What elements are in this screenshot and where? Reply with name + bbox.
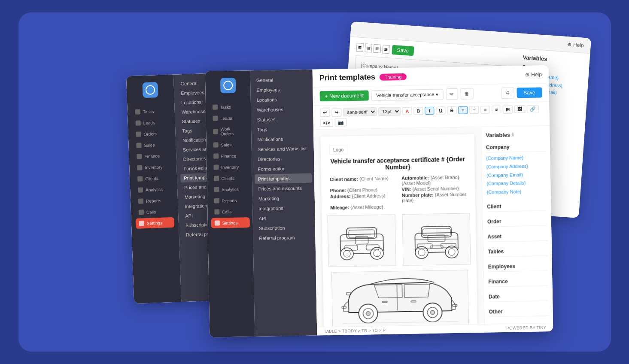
nav-finance-dark[interactable]: Finance bbox=[133, 150, 172, 162]
car-side-view-box bbox=[331, 270, 469, 327]
menu-integrations-front[interactable]: Integrations bbox=[255, 203, 312, 213]
undo-button[interactable]: ↩ bbox=[320, 108, 330, 116]
menu-forms-front[interactable]: Forms editor bbox=[254, 164, 311, 174]
back-save-button[interactable]: Save bbox=[391, 45, 414, 56]
help-circle-icon: ⊕ bbox=[525, 71, 529, 77]
svg-rect-32 bbox=[453, 304, 457, 306]
nav-leads-front[interactable]: Leads bbox=[209, 112, 247, 124]
menu-employees-front[interactable]: Employees bbox=[253, 85, 310, 95]
align-right-button[interactable]: ≡ bbox=[480, 106, 490, 113]
nav-reports-front[interactable]: Reports bbox=[210, 195, 249, 206]
address-row: Address: {Client Address} bbox=[330, 193, 395, 204]
nav-leads-dark[interactable]: Leads bbox=[132, 117, 171, 128]
menu-marketing-front[interactable]: Marketing bbox=[255, 193, 312, 203]
employees-var-section: Employees bbox=[488, 261, 547, 272]
front-doc-editor[interactable]: Logo Vehicle transfer acceptance certifi… bbox=[313, 127, 484, 327]
front-new-doc-button[interactable]: + New document bbox=[319, 90, 369, 101]
logo-front bbox=[220, 78, 236, 94]
company-email-var[interactable]: {Company Email} bbox=[486, 170, 546, 180]
nav-finance-front[interactable]: Finance bbox=[210, 150, 248, 161]
front-edit-button[interactable]: ✏ bbox=[445, 88, 457, 100]
table-button[interactable]: ⊞ bbox=[503, 105, 513, 113]
italic-button[interactable]: I bbox=[425, 107, 434, 115]
bold-button[interactable]: B bbox=[413, 107, 423, 115]
menu-statuses-front[interactable]: Statuses bbox=[253, 114, 310, 124]
front-help-button[interactable]: ⊕ Help bbox=[525, 71, 542, 78]
order-var-section: Order bbox=[487, 216, 547, 227]
underline-button[interactable]: U bbox=[436, 106, 445, 114]
nav-tasks-front[interactable]: Tasks bbox=[209, 101, 247, 112]
svg-point-4 bbox=[370, 247, 383, 260]
image-button[interactable]: 🖼 bbox=[514, 105, 525, 113]
svg-point-25 bbox=[366, 311, 370, 315]
align-right-icon[interactable]: ≡ bbox=[373, 44, 381, 53]
menu-services-front[interactable]: Services and Works list bbox=[254, 144, 311, 154]
sidebar-front: Tasks Leads Work Orders Sales Finance In… bbox=[205, 70, 255, 337]
strikethrough-button[interactable]: S bbox=[447, 106, 456, 114]
company-address-var[interactable]: {Company Address} bbox=[486, 162, 546, 171]
orders-icon-dark bbox=[136, 131, 141, 136]
menu-warehouses-front[interactable]: Warehouses bbox=[253, 104, 310, 115]
justify-button[interactable]: ≡ bbox=[492, 106, 501, 113]
logo-dark bbox=[142, 82, 158, 98]
nav-inventory-front[interactable]: Inventory bbox=[210, 161, 248, 173]
front-save-button[interactable]: Save bbox=[517, 87, 542, 98]
menu-prices-front[interactable]: Prices and discounts bbox=[255, 183, 312, 194]
nav-calls-dark[interactable]: Calls bbox=[135, 206, 174, 218]
company-note-var[interactable]: {Company Note} bbox=[486, 187, 546, 197]
nav-sales-dark[interactable]: Sales bbox=[133, 139, 172, 151]
front-logo-placeholder: Logo bbox=[329, 145, 347, 155]
sales-icon-dark bbox=[136, 143, 141, 148]
nav-workorders-front[interactable]: Work Orders bbox=[209, 124, 248, 139]
nav-analytics-front[interactable]: Analytics bbox=[210, 184, 249, 195]
phone-row: Phone: {Client Phone} bbox=[330, 187, 395, 193]
align-left-icon[interactable]: ≡ bbox=[356, 43, 364, 52]
nav-calls-front[interactable]: Calls bbox=[210, 206, 249, 217]
redo-button[interactable]: ↪ bbox=[331, 108, 341, 116]
front-delete-button[interactable]: 🗑 bbox=[460, 88, 473, 100]
date-var-section: Date bbox=[488, 291, 548, 302]
menu-general-front[interactable]: General bbox=[252, 75, 310, 85]
nav-clients-dark[interactable]: Clients bbox=[134, 173, 173, 184]
justify-icon[interactable]: ≡ bbox=[382, 45, 389, 54]
menu-tags-front[interactable]: Tags bbox=[253, 124, 310, 134]
align-center-button[interactable]: ≡ bbox=[469, 106, 479, 114]
nav-reports-dark[interactable]: Reports bbox=[134, 195, 173, 206]
menu-print-front[interactable]: Print templates bbox=[254, 173, 311, 184]
menu-api-front[interactable]: API bbox=[255, 213, 312, 223]
align-center-icon[interactable]: ≡ bbox=[365, 43, 372, 52]
link-button[interactable]: 🔗 bbox=[527, 105, 539, 113]
nav-orders-dark[interactable]: Orders bbox=[132, 128, 171, 140]
menu-referral-front[interactable]: Referral program bbox=[255, 233, 313, 243]
analytics-icon-front bbox=[213, 187, 219, 192]
front-editor-area: Logo Vehicle transfer acceptance certifi… bbox=[313, 126, 553, 327]
leads-icon-front bbox=[212, 116, 217, 121]
font-size-select[interactable]: 12pt bbox=[378, 107, 401, 116]
menu-directories-front[interactable]: Directories bbox=[254, 154, 311, 164]
settings-icon-front bbox=[214, 220, 219, 225]
company-details-var[interactable]: {Company Details} bbox=[486, 179, 546, 188]
front-print-button[interactable]: 🖨 bbox=[501, 87, 514, 99]
front-variables-title: Variables ℹ bbox=[486, 131, 545, 138]
front-template-selector[interactable]: Vehicle transfer acceptance ▾ bbox=[371, 89, 443, 101]
settings-icon-dark bbox=[139, 221, 144, 226]
font-color-button[interactable]: A bbox=[402, 107, 412, 115]
menu-notifications-front[interactable]: Notifications bbox=[254, 134, 311, 144]
logo-button[interactable]: 📷 bbox=[334, 118, 346, 126]
settings-menu-front: General Employees Locations Warehouses S… bbox=[250, 70, 317, 337]
company-name-var[interactable]: {Company Name} bbox=[486, 153, 546, 163]
nav-settings-front[interactable]: Settings bbox=[211, 217, 249, 228]
code-button[interactable]: </> bbox=[320, 118, 333, 127]
align-left-button[interactable]: ≡ bbox=[458, 106, 468, 114]
menu-subscription-front[interactable]: Subscription bbox=[255, 223, 312, 233]
back-help-button[interactable]: ⊕ Help bbox=[567, 41, 584, 49]
nav-inventory-dark[interactable]: Inventory bbox=[133, 161, 172, 173]
nav-clients-front[interactable]: Clients bbox=[210, 173, 249, 184]
nav-tasks-dark[interactable]: Tasks bbox=[131, 106, 170, 117]
font-family-select[interactable]: sans-serif bbox=[343, 107, 377, 116]
nav-analytics-dark[interactable]: Analytics bbox=[134, 184, 173, 195]
menu-locations-front[interactable]: Locations bbox=[253, 94, 310, 105]
automobile-row: Automobile: {Asset Brand} {Asset Model} bbox=[401, 174, 466, 186]
nav-settings-dark[interactable]: Settings bbox=[135, 217, 174, 229]
nav-sales-front[interactable]: Sales bbox=[209, 139, 248, 150]
